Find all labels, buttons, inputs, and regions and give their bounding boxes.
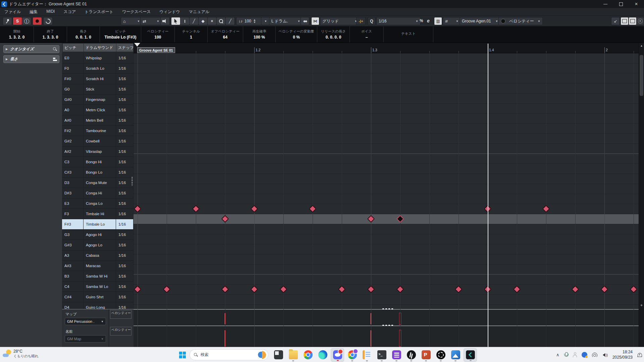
taskbar-app-cubase[interactable]	[464, 348, 477, 362]
info-field[interactable]: ボイス–	[350, 26, 384, 42]
drum-row[interactable]: D#3Conga Hi1/16	[62, 188, 133, 198]
note-diamond[interactable]	[251, 205, 258, 213]
grid-body[interactable]	[133, 53, 639, 309]
legato-button[interactable]: ◆◆	[301, 17, 309, 25]
drum-list-header-cell[interactable]: ピッチ	[63, 44, 84, 52]
drum-row[interactable]: F#3Timbale Lo1/16	[62, 219, 133, 230]
cubase-app-icon[interactable]	[1, 1, 7, 7]
scrollbar-thumb[interactable]	[640, 55, 643, 96]
taskbar-app-explorer[interactable]	[286, 348, 300, 362]
record-button[interactable]	[33, 17, 42, 25]
drumstick-tool[interactable]: I	[180, 17, 190, 25]
note-diamond[interactable]	[192, 205, 200, 213]
drum-row[interactable]: C3Bongo Hi1/16	[62, 157, 133, 167]
info-field[interactable]: 再生確率100 %	[243, 26, 276, 42]
drum-row[interactable]: C#4Guiro Shrt1/16	[62, 292, 133, 302]
taskbar-app-ppt[interactable]	[419, 348, 433, 362]
insert-velocity-box[interactable]: ↓♪ 100 ▲▼	[236, 17, 264, 25]
setup-toolbar-button[interactable]	[637, 17, 644, 25]
event-columns-button[interactable]: ▥	[434, 17, 442, 25]
audition-button[interactable]	[160, 17, 170, 25]
expand-arrow-icon[interactable]: ▶	[6, 58, 8, 61]
taskbar-app-discord[interactable]	[331, 348, 344, 362]
taskbar-search[interactable]: 検索	[190, 349, 268, 360]
info-field[interactable]: オフベロシティー64	[208, 26, 243, 42]
menu-item[interactable]: 編集	[25, 9, 42, 15]
playback-start-marker[interactable]	[134, 43, 140, 47]
menu-item[interactable]: ワークスペース	[118, 9, 155, 15]
vertical-scrollbar[interactable]: ▲ +	[639, 43, 644, 347]
wifi-icon[interactable]	[592, 353, 598, 357]
divider-drag-handle[interactable]	[131, 177, 133, 186]
drum-row[interactable]: F3Timbale Hi1/16	[62, 209, 133, 219]
menu-item[interactable]: ファイル	[0, 9, 25, 15]
taskbar-app-chrome2[interactable]	[345, 348, 359, 362]
controller-lane-selector[interactable]: ベロシティー▼	[498, 17, 543, 25]
map-dropdown[interactable]: GM Percussion .▼	[65, 318, 106, 325]
menu-item[interactable]: スコア	[59, 9, 80, 15]
drum-row[interactable]: G#0Fingersnap1/16	[62, 95, 133, 105]
drum-row[interactable]: C#3Bongo Lo1/16	[62, 167, 133, 178]
volume-icon[interactable]: ))	[603, 353, 608, 357]
taskbar-app-window-app[interactable]	[272, 348, 285, 362]
erase-tool[interactable]: ◆	[198, 17, 208, 25]
acoustic-feedback-button[interactable]: 1	[22, 17, 31, 25]
drum-row[interactable]: F#0Scratch Hi1/16	[62, 74, 133, 84]
auto-scroll-group[interactable]: ⇄▼	[140, 17, 162, 25]
spinner-icon[interactable]: ▲▼	[253, 19, 256, 23]
time-ruler[interactable]: Groove Agent SE 01 1.21.31.42	[133, 43, 639, 53]
drum-row[interactable]: C4Samba W Lo1/16	[62, 282, 133, 292]
lane-resize-dashes[interactable]	[382, 308, 394, 309]
info-field[interactable]: 長さ0. 0. 1. 0	[67, 26, 100, 42]
drum-row[interactable]: A0Metrn Click1/16	[62, 105, 133, 115]
expand-arrow-icon[interactable]: ▶	[6, 48, 8, 51]
drum-row[interactable]: A#3Maracas1/16	[62, 261, 133, 271]
drum-row[interactable]: G#2Cowbell1/16	[62, 136, 133, 146]
info-field[interactable]: テキスト	[384, 26, 433, 42]
note-diamond[interactable]	[455, 286, 463, 293]
note-diamond[interactable]	[338, 286, 346, 293]
tray-chevron-up-icon[interactable]: ∧	[556, 352, 559, 357]
menu-item[interactable]: トランスポート	[80, 9, 118, 15]
microphone-icon[interactable]	[564, 352, 568, 358]
minimize-button[interactable]: —	[598, 0, 613, 8]
insert-velocity-value[interactable]: 100	[245, 19, 251, 23]
taskbar-app-gpt[interactable]	[434, 348, 447, 362]
bottom-zone-toggle[interactable]	[629, 17, 637, 25]
drum-row[interactable]: G3Agogo Hi1/16	[62, 230, 133, 240]
taskbar-weather-widget[interactable]: 28°C くもりのち晴れ	[3, 349, 39, 358]
draw-tool[interactable]: ╱	[189, 17, 199, 25]
drum-row[interactable]: G0Stick1/16	[62, 84, 133, 95]
trim-tool[interactable]: ╱	[225, 17, 235, 25]
note-diamond[interactable]	[367, 286, 375, 293]
sidebar-section[interactable]: ▶クオンタイズ	[3, 45, 59, 53]
taskbar-app-edge[interactable]	[316, 348, 329, 362]
note-diamond[interactable]	[134, 286, 142, 293]
taskbar-app-doc[interactable]	[360, 348, 374, 362]
info-field[interactable]: 終了1. 3. 3. 0	[34, 26, 67, 42]
close-button[interactable]: ✕	[629, 0, 644, 8]
note-diamond[interactable]	[163, 286, 171, 293]
part-selector-box[interactable]: Groove Agen.01▼	[460, 17, 500, 25]
note-diamond[interactable]	[630, 286, 638, 293]
drum-list-header-cell[interactable]: ドラムサウンド	[84, 44, 116, 52]
sidebar-section[interactable]: ▶長さ	[3, 55, 59, 63]
lane-label[interactable]: ベロシティー	[110, 310, 131, 319]
drum-row[interactable]: A#2Vibraslap1/16	[62, 146, 133, 157]
zoom-tool[interactable]	[216, 17, 226, 25]
accessibility-icon[interactable]	[573, 352, 577, 357]
tray-app-icon[interactable]	[582, 352, 587, 358]
note-grid[interactable]: Groove Agent SE 01 1.21.31.42	[133, 43, 639, 347]
drum-row[interactable]: F#2Tambourine1/16	[62, 126, 133, 136]
left-zone-toggle[interactable]	[621, 17, 629, 25]
drum-row[interactable]: A#0Metrn Bell1/16	[62, 115, 133, 126]
snap-type-box[interactable]: グリッド▼	[320, 17, 360, 25]
link-editors-button[interactable]: ↙	[611, 17, 620, 25]
menu-item[interactable]: MIDI	[42, 9, 59, 15]
note-diamond[interactable]	[601, 286, 608, 293]
event-display-group[interactable]: ≡▼	[443, 17, 461, 25]
drum-row[interactable]: A3Cabasa1/16	[62, 250, 133, 261]
drum-row[interactable]: B3Samba W Hi1/16	[62, 271, 133, 282]
taskbar-app-stack[interactable]	[390, 348, 403, 362]
solo-button[interactable]: S	[13, 17, 22, 25]
